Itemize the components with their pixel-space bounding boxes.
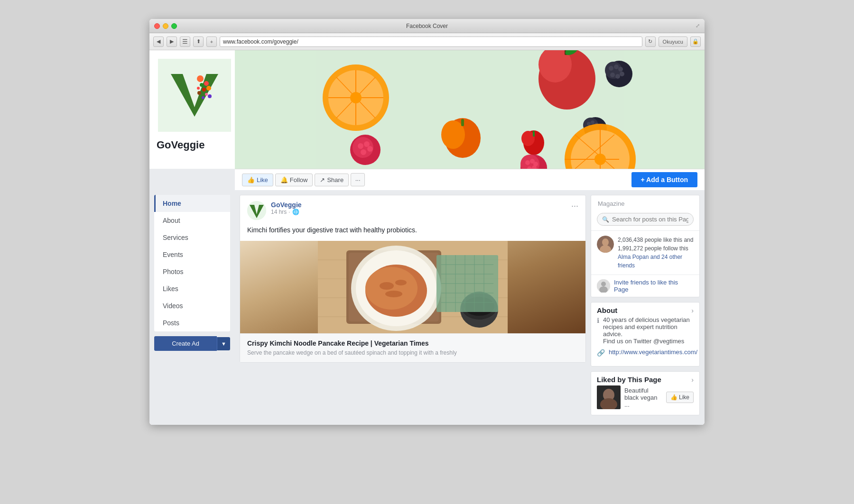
action-bar: 👍 Like 🔔 Follow ↗ Share ··· + Add a Butt…: [235, 169, 705, 190]
widget-header: Magazine: [591, 195, 699, 213]
close-button[interactable]: [154, 23, 160, 29]
liked-page-avatar-svg: [597, 385, 621, 409]
post-header: GoVeggie 14 hrs · 🌐 ···: [240, 195, 585, 226]
share-button[interactable]: ↗ Share: [315, 174, 349, 186]
svg-point-40: [620, 72, 624, 76]
back-button[interactable]: ◀: [153, 37, 164, 47]
nav-item-videos[interactable]: Videos: [154, 297, 230, 314]
nav-item-about[interactable]: About: [154, 212, 230, 229]
svg-point-97: [602, 238, 609, 246]
svg-point-31: [358, 143, 363, 149]
post-author-name[interactable]: GoVeggie: [271, 201, 566, 209]
forward-button[interactable]: ▶: [167, 37, 177, 47]
post-visibility-icon: 🌐: [292, 209, 299, 215]
svg-point-46: [591, 120, 594, 124]
svg-point-6: [197, 91, 201, 95]
share-icon: ↗: [320, 176, 325, 183]
thumbs-up-icon: 👍: [247, 176, 255, 183]
liked-page-like-button[interactable]: 👍 Like: [666, 392, 694, 403]
more-options-button[interactable]: ···: [351, 173, 365, 186]
extensions-button[interactable]: 🔒: [690, 37, 701, 47]
likes-text: 2,036,438 people like this and 1,991,272…: [618, 236, 694, 270]
likes-section: 2,036,438 people like this and 1,991,272…: [591, 230, 699, 275]
svg-point-10: [197, 87, 200, 90]
nav-item-posts[interactable]: Posts: [154, 314, 230, 331]
nav-item-home[interactable]: Home: [154, 195, 230, 212]
post-text: Kimchi fortifies your digestive tract wi…: [240, 226, 585, 241]
minimize-button[interactable]: [163, 23, 168, 29]
nav-item-services[interactable]: Services: [154, 229, 230, 246]
svg-point-79: [380, 282, 394, 290]
nav-item-events[interactable]: Events: [154, 246, 230, 263]
main-content: Home About Services Events Photos Likes …: [149, 190, 705, 425]
reader-button[interactable]: Okuyucu: [659, 37, 687, 47]
follow-icon: 🔔: [280, 176, 288, 183]
liked-by-expand-icon[interactable]: ›: [691, 376, 694, 384]
browser-titlebar: Facebook Cover ⤢: [149, 19, 705, 33]
add-tab-button[interactable]: +: [206, 37, 217, 47]
goveggie-logo-svg: [166, 67, 223, 124]
svg-rect-28: [533, 131, 535, 137]
svg-point-41: [615, 74, 620, 79]
add-a-button[interactable]: + Add a Button: [631, 172, 697, 187]
magazine-widget: Magazine 🔍: [591, 195, 700, 297]
like-button[interactable]: 👍 Like: [242, 174, 273, 186]
liked-page-name[interactable]: Beautiful black vegan ...: [624, 387, 662, 408]
share-button[interactable]: ⬆: [193, 37, 204, 47]
about-desc-row: ℹ 40 years of delicious vegetarian recip…: [597, 316, 694, 345]
nav-item-photos[interactable]: Photos: [154, 263, 230, 280]
browser-title: Facebook Cover: [406, 23, 448, 29]
right-sidebar: Magazine 🔍: [591, 195, 705, 420]
follow-label: Follow: [290, 176, 308, 183]
likes-friend: Alma Popan and 24 other friends: [618, 253, 694, 270]
nav-item-likes[interactable]: Likes: [154, 280, 230, 297]
create-ad-button[interactable]: Create Ad: [154, 336, 217, 351]
cover-art: [235, 50, 705, 169]
about-expand-icon[interactable]: ›: [691, 307, 694, 314]
center-feed: GoVeggie 14 hrs · 🌐 ··· Kimchi fortifies…: [235, 195, 591, 420]
post-separator: ·: [288, 209, 290, 215]
svg-point-9: [208, 94, 212, 98]
invite-friends-link[interactable]: Invite friends to like this Page: [614, 279, 694, 293]
post-image: [240, 241, 585, 333]
invite-avatar-svg: [597, 279, 610, 293]
svg-point-8: [202, 96, 204, 99]
svg-rect-25: [461, 119, 464, 126]
post-article-title[interactable]: Crispy Kimchi Noodle Pancake Recipe | Ve…: [247, 339, 578, 347]
likes-avatar: [597, 236, 614, 253]
svg-point-42: [610, 73, 615, 77]
browser-window: Facebook Cover ⤢ ◀ ▶ ☰ ⬆ + ↻ Okuyucu 🔒: [149, 19, 705, 425]
about-description: 40 years of delicious vegetarian recipes…: [603, 316, 694, 345]
cover-background: [235, 50, 705, 169]
follow-button[interactable]: 🔔 Follow: [275, 174, 313, 186]
svg-point-3: [202, 88, 206, 92]
reload-button[interactable]: ↻: [645, 37, 656, 47]
likes-count: 2,036,438 people like this and 1,991,272…: [618, 236, 694, 253]
search-bar[interactable]: 🔍: [597, 213, 694, 226]
about-website-link[interactable]: http://www.vegetariantimes.com/: [609, 348, 697, 356]
profile-section: GoVeggie: [149, 50, 235, 169]
svg-point-45: [587, 122, 591, 126]
svg-point-60: [525, 160, 530, 165]
svg-point-81: [385, 291, 402, 297]
search-input[interactable]: [612, 216, 688, 223]
post-card: GoVeggie 14 hrs · 🌐 ··· Kimchi fortifies…: [240, 195, 586, 363]
svg-point-5: [206, 86, 211, 91]
liked-by-widget: Liked by This Page ›: [591, 371, 700, 415]
liked-by-title: Liked by This Page: [597, 376, 661, 384]
maximize-button[interactable]: [171, 23, 177, 29]
about-find-text: Find us on Twitter @vegtimes: [603, 338, 694, 345]
address-bar[interactable]: [220, 37, 642, 47]
post-avatar-svg: [247, 201, 266, 220]
post-link-area: Crispy Kimchi Noodle Pancake Recipe | Ve…: [240, 333, 585, 363]
window-resize-icon[interactable]: ⤢: [696, 23, 700, 29]
create-ad-dropdown[interactable]: ▼: [217, 337, 230, 350]
reader-icon[interactable]: ☰: [180, 37, 190, 47]
post-author-avatar: [247, 201, 266, 220]
like-small-icon: 👍: [670, 394, 678, 401]
post-options-button[interactable]: ···: [571, 201, 578, 211]
post-time: 14 hrs: [271, 209, 287, 215]
search-icon: 🔍: [602, 216, 609, 223]
svg-point-32: [364, 141, 370, 147]
post-meta: 14 hrs · 🌐: [271, 209, 566, 215]
